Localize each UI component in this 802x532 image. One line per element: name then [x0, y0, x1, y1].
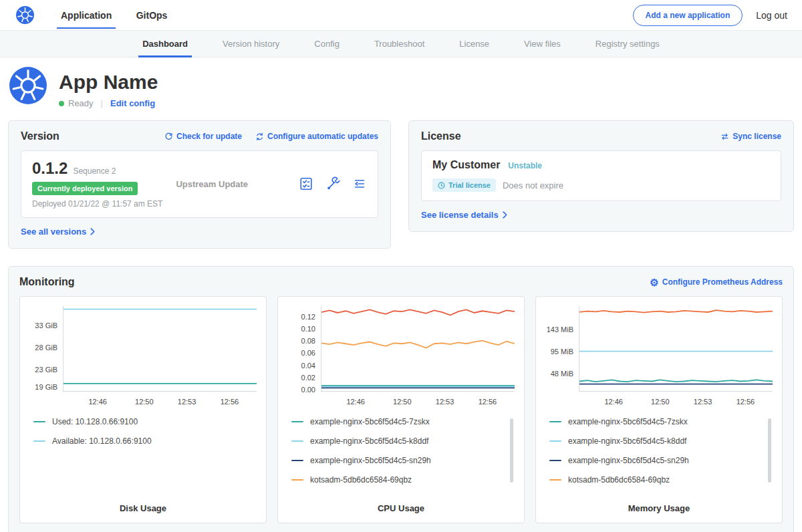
x-axis-tick: 12:56	[479, 398, 497, 406]
legend-label: kotsadm-5db6dc6584-69qbz	[310, 475, 412, 485]
plot-area	[579, 306, 773, 392]
y-axis-tick: 19 GiB	[35, 383, 57, 391]
y-axis-tick: 0.06	[301, 349, 315, 357]
nav-tab-gitops[interactable]: GitOps	[126, 1, 178, 29]
release-notes-icon[interactable]	[352, 176, 367, 191]
y-axis-tick: 95 MiB	[551, 348, 573, 356]
preflight-checks-icon[interactable]	[299, 176, 313, 191]
legend-scrollbar[interactable]	[510, 418, 513, 483]
customer-name: My Customer	[432, 159, 500, 171]
y-axis-tick: 143 MiB	[547, 325, 573, 334]
legend-color-dash	[291, 479, 303, 481]
see-all-versions-link[interactable]: See all versions	[21, 227, 95, 237]
page-title: App Name	[59, 71, 158, 94]
legend-label: Used: 10.128.0.66:9100	[52, 417, 138, 426]
tab-dashboard[interactable]: Dashboard	[125, 31, 205, 57]
license-card-title: License	[421, 130, 461, 142]
legend-item: Used: 10.128.0.66:9100	[33, 417, 249, 426]
x-axis-tick: 12:53	[178, 398, 196, 406]
app-logo-icon	[9, 67, 47, 104]
chart-canvas	[63, 306, 257, 391]
deployed-badge: Currently deployed version	[32, 182, 138, 195]
gear-icon: ⚙	[650, 277, 658, 287]
legend-scrollbar[interactable]	[768, 418, 771, 483]
y-axis-tick: 0.12	[301, 313, 315, 321]
license-card: License Sync license My Customer Unstabl…	[408, 120, 794, 232]
see-license-details-link[interactable]: See license details	[421, 210, 507, 220]
legend-color-dash	[291, 440, 303, 442]
legend-item: Available: 10.128.0.66:9100	[33, 436, 249, 446]
x-axis-tick: 12:53	[694, 398, 712, 406]
license-expiry: Does not expire	[503, 180, 563, 190]
tab-troubleshoot[interactable]: Troubleshoot	[357, 31, 442, 57]
legend-color-dash	[549, 440, 561, 442]
nav-tab-application[interactable]: Application	[50, 1, 122, 29]
kubernetes-logo-icon	[16, 6, 34, 24]
x-axis-tick: 12:46	[604, 398, 623, 406]
tab-config[interactable]: Config	[297, 31, 357, 57]
memory-usage-chart: 143 MiB95 MiB48 MiB 12:4612:5012:5312:56…	[535, 296, 783, 523]
legend-item: kotsadm-5db6dc6584-69qbz	[549, 475, 765, 485]
tab-version-history[interactable]: Version history	[205, 31, 297, 57]
x-axis-tick: 12:46	[88, 398, 107, 406]
configure-automatic-updates-link[interactable]: Configure automatic updates	[255, 132, 378, 141]
check-for-update-link[interactable]: Check for update	[164, 132, 242, 141]
chart-canvas	[579, 306, 773, 391]
chart-title: Memory Usage	[545, 503, 773, 513]
clock-icon	[438, 182, 445, 189]
x-axis-tick: 12:46	[346, 398, 365, 406]
top-navbar: Application GitOps Add a new application…	[0, 0, 802, 31]
chart-legend: example-nginx-5bc6f5d4c5-7zskxexample-ng…	[549, 417, 773, 502]
legend-item: example-nginx-5bc6f5d4c5-sn29h	[291, 456, 507, 465]
disk-usage-chart: 33 GiB28 GiB23 GiB19 GiB 12:4612:5012:53…	[19, 296, 267, 523]
refresh-icon	[164, 132, 173, 141]
tab-view-files[interactable]: View files	[507, 31, 578, 57]
x-axis-tick: 12:56	[221, 398, 239, 406]
legend-color-dash	[33, 421, 45, 422]
add-application-button[interactable]: Add a new application	[633, 5, 743, 26]
legend-label: Available: 10.128.0.66:9100	[52, 436, 152, 446]
chart-legend: Used: 10.128.0.66:9100Available: 10.128.…	[33, 417, 257, 502]
legend-label: example-nginx-5bc6f5d4c5-7zskx	[568, 417, 688, 426]
charts-row: 33 GiB28 GiB23 GiB19 GiB 12:4612:5012:53…	[19, 296, 783, 523]
chart-legend: example-nginx-5bc6f5d4c5-7zskxexample-ng…	[291, 417, 515, 502]
edit-config-link[interactable]: Edit config	[110, 98, 155, 108]
x-axis: 12:4612:5012:5312:56	[579, 392, 773, 409]
x-axis-tick: 12:56	[737, 398, 755, 406]
version-sequence: Sequence 2	[73, 166, 116, 176]
chart-canvas	[321, 306, 515, 391]
tab-registry-settings[interactable]: Registry settings	[578, 31, 677, 57]
tab-license[interactable]: License	[442, 31, 507, 57]
legend-color-dash	[33, 440, 45, 442]
y-axis-tick: 0.10	[301, 325, 315, 333]
legend-label: example-nginx-5bc6f5d4c5-sn29h	[310, 456, 431, 465]
monitoring-title: Monitoring	[19, 276, 75, 288]
legend-label: example-nginx-5bc6f5d4c5-k8ddf	[568, 436, 686, 446]
config-wrench-icon[interactable]	[325, 176, 340, 191]
sync-icon	[720, 132, 729, 141]
logout-link[interactable]: Log out	[756, 10, 787, 21]
x-axis-tick: 12:50	[393, 398, 412, 406]
y-axis: 33 GiB28 GiB23 GiB19 GiB	[29, 306, 63, 392]
current-version-box: 0.1.2 Sequence 2 Currently deployed vers…	[21, 150, 378, 218]
sync-license-link[interactable]: Sync license	[720, 132, 781, 141]
version-number: 0.1.2	[32, 159, 68, 178]
plot-area	[321, 306, 515, 392]
legend-item: example-nginx-5bc6f5d4c5-7zskx	[291, 417, 507, 426]
status-text: Ready	[68, 98, 94, 108]
auto-update-icon	[255, 132, 264, 141]
version-card-title: Version	[21, 130, 59, 142]
upstream-update-label: Upstream Update	[176, 179, 299, 189]
status-divider: |	[101, 98, 103, 108]
y-axis-tick: 0.00	[301, 386, 315, 394]
legend-item: example-nginx-5bc6f5d4c5-k8ddf	[291, 436, 507, 446]
legend-item: example-nginx-5bc6f5d4c5-7zskx	[549, 417, 765, 426]
configure-prometheus-link[interactable]: ⚙ Configure Prometheus Address	[650, 277, 783, 287]
y-axis-tick: 0.02	[301, 374, 315, 382]
y-axis: 143 MiB95 MiB48 MiB	[545, 306, 579, 392]
x-axis: 12:4612:5012:5312:56	[63, 392, 257, 409]
chart-title: Disk Usage	[29, 503, 257, 513]
chevron-right-icon	[90, 228, 95, 235]
x-axis-tick: 12:50	[651, 398, 670, 406]
legend-color-dash	[549, 421, 561, 422]
